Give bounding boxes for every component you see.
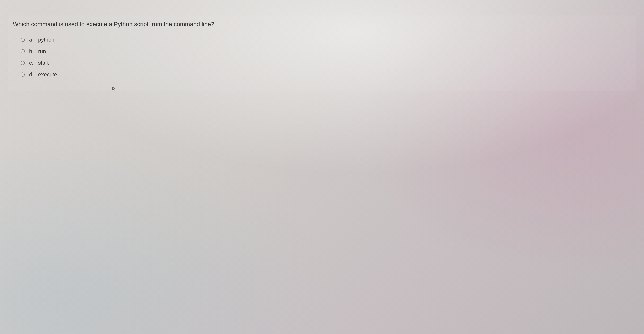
options-list: a. python b. run c. start d. execute bbox=[20, 37, 631, 78]
question-text: Which command is used to execute a Pytho… bbox=[13, 21, 631, 28]
radio-icon[interactable] bbox=[20, 49, 25, 53]
option-b[interactable]: b. run bbox=[20, 48, 631, 54]
option-letter: d. bbox=[29, 71, 38, 78]
question-card: Which command is used to execute a Pytho… bbox=[8, 16, 636, 91]
option-text: run bbox=[38, 48, 46, 54]
option-letter: a. bbox=[29, 37, 38, 43]
radio-icon[interactable] bbox=[20, 61, 25, 65]
radio-icon[interactable] bbox=[20, 73, 25, 77]
radio-icon[interactable] bbox=[20, 38, 25, 42]
option-d[interactable]: d. execute bbox=[20, 71, 631, 78]
option-c[interactable]: c. start bbox=[20, 60, 631, 66]
option-text: python bbox=[38, 37, 54, 43]
option-letter: c. bbox=[29, 60, 38, 66]
option-letter: b. bbox=[29, 48, 38, 54]
option-a[interactable]: a. python bbox=[20, 37, 631, 43]
option-text: execute bbox=[38, 71, 57, 78]
option-text: start bbox=[38, 60, 49, 66]
